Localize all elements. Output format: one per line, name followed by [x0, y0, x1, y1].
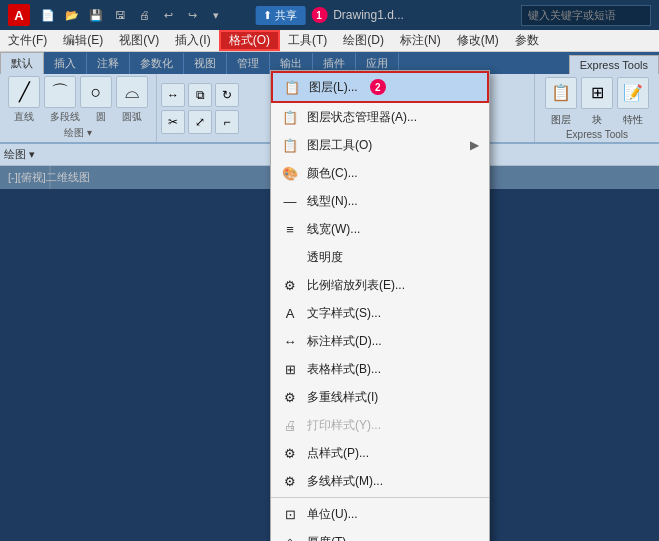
tab-annotate[interactable]: 注释 — [87, 53, 130, 74]
tab-default[interactable]: 默认 — [0, 52, 44, 74]
dropdown-transparency[interactable]: 透明度 — [271, 243, 489, 271]
search-placeholder: 键入关键字或短语 — [528, 8, 616, 23]
transparency-icon — [281, 248, 299, 266]
tab-express-tools[interactable]: Express Tools — [569, 55, 659, 74]
polyline-icon[interactable]: ⌒ — [44, 76, 76, 108]
express-icons: 📋 ⊞ 📝 — [545, 77, 649, 109]
dropdown-layer-tools[interactable]: 📋 图层工具(O) ▶ — [271, 131, 489, 159]
arc-label: 圆弧 — [122, 110, 142, 124]
print-btn[interactable]: 🖨 — [134, 5, 154, 25]
menu-modify[interactable]: 修改(M) — [449, 30, 507, 51]
linetype-icon: — — [281, 192, 299, 210]
menu-view[interactable]: 视图(V) — [111, 30, 167, 51]
circle-icon[interactable]: ○ — [80, 76, 112, 108]
dropdown-text-style[interactable]: A 文字样式(S)... — [271, 299, 489, 327]
block-panel-icon[interactable]: ⊞ — [581, 77, 613, 109]
menu-edit[interactable]: 编辑(E) — [55, 30, 111, 51]
dropdown-point-style[interactable]: ⚙ 点样式(P)... — [271, 439, 489, 467]
menu-insert[interactable]: 插入(I) — [167, 30, 218, 51]
layer-badge: 2 — [370, 79, 386, 95]
tools-row2: ✂ ⤢ ⌐ — [161, 110, 239, 134]
scale-icon: ⚙ — [281, 276, 299, 294]
save-as-btn[interactable]: 🖫 — [110, 5, 130, 25]
line-icon[interactable]: ╱ — [8, 76, 40, 108]
layer-panel-icon[interactable]: 📋 — [545, 77, 577, 109]
menu-tools[interactable]: 工具(T) — [280, 30, 335, 51]
fillet-icon[interactable]: ⌐ — [215, 110, 239, 134]
dropdown-layer[interactable]: 📋 图层(L)... 2 — [271, 71, 489, 103]
dropdown-table-style-label: 表格样式(B)... — [307, 361, 381, 378]
dropdown-mline-style2-label: 多线样式(M)... — [307, 473, 383, 490]
redo-btn[interactable]: ↪ — [182, 5, 202, 25]
share-button[interactable]: ⬆ 共享 — [255, 6, 305, 25]
tab-manage[interactable]: 管理 — [227, 53, 270, 74]
dropdown-table-style[interactable]: ⊞ 表格样式(B)... — [271, 355, 489, 383]
dropdown-units-label: 单位(U)... — [307, 506, 358, 523]
dropdown-print-style[interactable]: 🖨 打印样式(Y)... — [271, 411, 489, 439]
dropdown-layer-state-label: 图层状态管理器(A)... — [307, 109, 417, 126]
dropdown-units[interactable]: ⊡ 单位(U)... — [271, 500, 489, 528]
dropdown-color[interactable]: 🎨 颜色(C)... — [271, 159, 489, 187]
polyline-label: 多段线 — [50, 110, 80, 124]
save-btn[interactable]: 💾 — [86, 5, 106, 25]
dropdown-linetype[interactable]: — 线型(N)... — [271, 187, 489, 215]
open-btn[interactable]: 📂 — [62, 5, 82, 25]
dropdown-mline-style[interactable]: ⚙ 多重线样式(I) — [271, 383, 489, 411]
extend-icon[interactable]: ⤢ — [188, 110, 212, 134]
arc-icon[interactable]: ⌓ — [116, 76, 148, 108]
tab-insert[interactable]: 插入 — [44, 53, 87, 74]
dropdown-thickness[interactable]: ◇ 厚度(T) — [271, 528, 489, 541]
more-tools: ↔ ⧉ ↻ ✂ ⤢ ⌐ — [157, 79, 243, 138]
circle-label: 圆 — [96, 110, 106, 124]
tab-view[interactable]: 视图 — [184, 53, 227, 74]
dropdown-mline-style2[interactable]: ⚙ 多线样式(M)... — [271, 467, 489, 495]
notification-badge: 1 — [311, 7, 327, 23]
more-btn[interactable]: ▾ — [206, 5, 226, 25]
share-icon: ⬆ — [263, 9, 272, 22]
rotate-icon[interactable]: ↻ — [215, 83, 239, 107]
draw-icons: ╱ ⌒ ○ ⌓ — [8, 76, 148, 108]
color-icon: 🎨 — [281, 164, 299, 182]
dropdown-layer-state[interactable]: 📋 图层状态管理器(A)... — [271, 103, 489, 131]
thickness-icon: ◇ — [281, 533, 299, 541]
dropdown-text-style-label: 文字样式(S)... — [307, 305, 381, 322]
menu-param[interactable]: 参数 — [507, 30, 547, 51]
linewidth-icon: ≡ — [281, 220, 299, 238]
line-label: 直线 — [14, 110, 34, 124]
dropdown-point-style-label: 点样式(P)... — [307, 445, 369, 462]
mline-style-icon: ⚙ — [281, 388, 299, 406]
dropdown-scale-list[interactable]: ⚙ 比例缩放列表(E)... — [271, 271, 489, 299]
format-dropdown-menu: 📋 图层(L)... 2 📋 图层状态管理器(A)... 📋 图层工具(O) ▶… — [270, 70, 490, 541]
dropdown-linewidth[interactable]: ≡ 线宽(W)... — [271, 215, 489, 243]
layer-panel-label: 图层 — [545, 113, 577, 127]
dropdown-color-label: 颜色(C)... — [307, 165, 358, 182]
dropdown-transparency-label: 透明度 — [307, 249, 343, 266]
menu-dimension[interactable]: 标注(N) — [392, 30, 449, 51]
dropdown-linewidth-label: 线宽(W)... — [307, 221, 360, 238]
dropdown-layer-label: 图层(L)... — [309, 79, 358, 96]
dropdown-scale-label: 比例缩放列表(E)... — [307, 277, 405, 294]
undo-btn[interactable]: ↩ — [158, 5, 178, 25]
new-btn[interactable]: 📄 — [38, 5, 58, 25]
dropdown-dim-style-label: 标注样式(D)... — [307, 333, 382, 350]
menu-draw[interactable]: 绘图(D) — [335, 30, 392, 51]
ribbon-group-draw: ╱ ⌒ ○ ⌓ 直线 多段线 圆 圆弧 绘图 ▾ — [0, 74, 157, 142]
tab-parametrize[interactable]: 参数化 — [130, 53, 184, 74]
autocad-logo[interactable]: A — [8, 4, 30, 26]
point-style-icon: ⚙ — [281, 444, 299, 462]
menu-file[interactable]: 文件(F) — [0, 30, 55, 51]
trim-icon[interactable]: ✂ — [161, 110, 185, 134]
dropdown-thickness-label: 厚度(T) — [307, 534, 346, 542]
tool-label-draw[interactable]: 绘图 ▾ — [4, 147, 35, 162]
copy-icon[interactable]: ⧉ — [188, 83, 212, 107]
mline-style2-icon: ⚙ — [281, 472, 299, 490]
menu-format[interactable]: 格式(O) — [219, 30, 280, 51]
move-icon[interactable]: ↔ — [161, 83, 185, 107]
dropdown-dim-style[interactable]: ↔ 标注样式(D)... — [271, 327, 489, 355]
draw-group-label[interactable]: 绘图 ▾ — [64, 126, 92, 140]
layer-tools-icon: 📋 — [281, 136, 299, 154]
layer-tools-arrow: ▶ — [470, 138, 479, 152]
properties-panel-icon[interactable]: 📝 — [617, 77, 649, 109]
dropdown-print-style-label: 打印样式(Y)... — [307, 417, 381, 434]
search-box[interactable]: 键入关键字或短语 — [521, 5, 651, 26]
